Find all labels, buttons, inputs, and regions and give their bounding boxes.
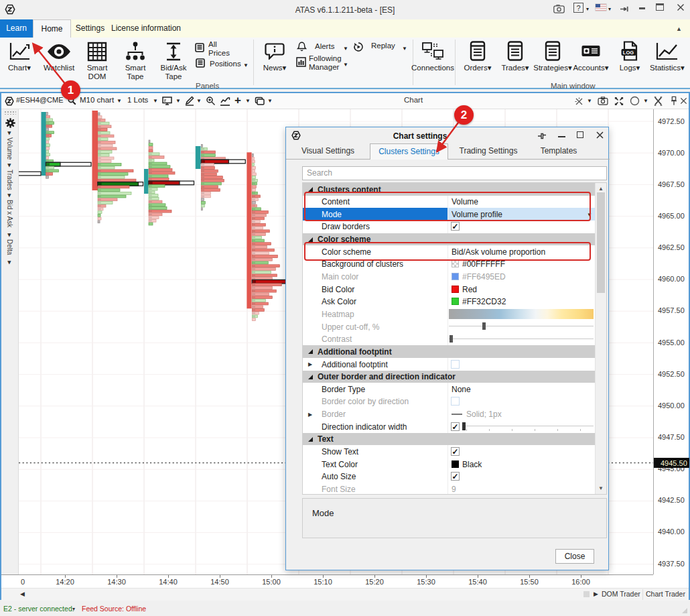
- svg-text:LOG: LOG: [623, 50, 634, 56]
- svg-text:4945.50: 4945.50: [661, 459, 687, 467]
